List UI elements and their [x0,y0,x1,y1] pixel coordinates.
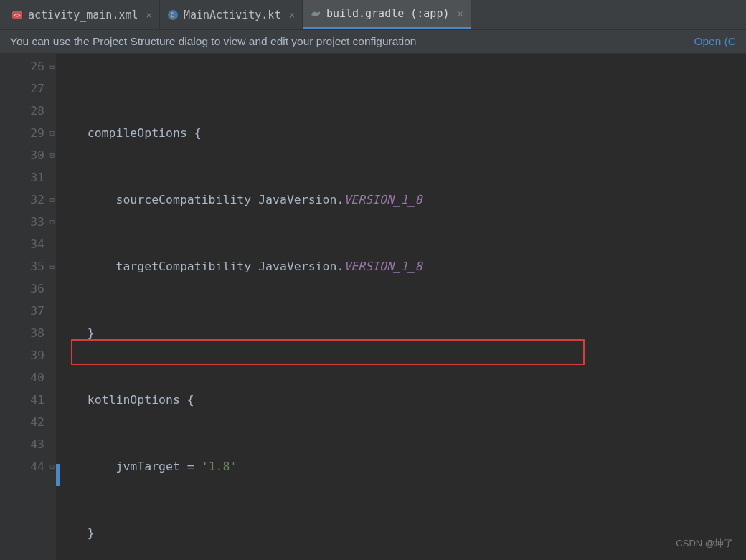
close-icon[interactable]: × [146,9,152,21]
gutter: 26⊟272829⊡30⊟3132⊡33⊡3435⊟36373839404142… [0,54,56,560]
gradle-file-icon [310,8,321,19]
line-number: 39 [0,344,44,366]
line-number: 36 [0,277,44,300]
fold-icon[interactable]: ⊡ [49,455,55,478]
fold-icon[interactable]: ⊡ [49,211,55,233]
line-number: 29⊡ [0,122,44,144]
line-number: 42 [0,411,44,433]
line-number: 44⊡ [0,455,44,478]
line-number: 30⊟ [0,144,44,166]
project-structure-banner: You can use the Project Structure dialog… [0,30,746,54]
xml-file-icon: <> [11,9,23,21]
line-number: 43 [0,433,44,455]
banner-message: You can use the Project Structure dialog… [10,35,416,48]
line-number: 33⊡ [0,211,44,233]
fold-icon[interactable]: ⊟ [49,144,55,166]
tab-main-activity[interactable]: MainActivity.kt × [160,0,303,29]
open-link[interactable]: Open (C [694,35,736,48]
line-number: 28 [0,100,44,122]
line-number: 38 [0,322,44,344]
tab-activity-main[interactable]: <> activity_main.xml × [4,0,160,29]
svg-point-2 [168,10,178,20]
line-number: 40 [0,366,44,389]
fold-icon[interactable]: ⊡ [49,122,55,144]
close-icon[interactable]: × [288,9,294,21]
line-number: 26⊟ [0,55,44,77]
line-number: 34 [0,233,44,255]
tab-label: build.gradle (:app) [326,7,450,20]
tab-build-gradle[interactable]: build.gradle (:app) × [303,0,471,29]
tab-bar: <> activity_main.xml × MainActivity.kt ×… [0,0,746,30]
line-number: 37 [0,300,44,322]
code-area[interactable]: compileOptions { sourceCompatibility Jav… [56,54,746,560]
svg-text:<>: <> [14,12,21,19]
kotlin-file-icon [167,9,179,21]
fold-icon[interactable]: ⊡ [49,189,55,211]
change-marker [56,464,60,486]
tab-label: MainActivity.kt [184,9,280,22]
line-number: 31 [0,166,44,189]
line-number: 41 [0,389,44,411]
fold-icon[interactable]: ⊟ [49,255,55,277]
tab-label: activity_main.xml [28,9,138,22]
line-number: 27 [0,77,44,100]
watermark: CSDN @坤了 [676,537,733,550]
close-icon[interactable]: × [457,8,463,19]
code-editor[interactable]: 26⊟272829⊡30⊟3132⊡33⊡3435⊟36373839404142… [0,54,746,560]
line-number: 35⊟ [0,255,44,277]
line-number: 32⊡ [0,189,44,211]
fold-icon[interactable]: ⊟ [49,55,55,77]
